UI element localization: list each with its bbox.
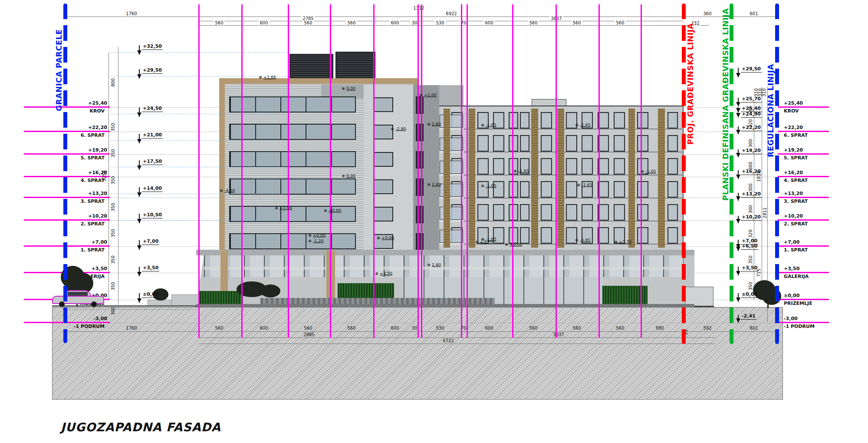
dimension-line <box>198 337 715 338</box>
wing-window <box>637 112 648 129</box>
dimension-label: 580 <box>655 326 664 331</box>
facade-level-marker: ⊕ -1,20 <box>308 238 324 243</box>
level-value: +22,20 <box>784 125 803 130</box>
dimension-label: 560 <box>572 326 581 331</box>
regulaciona-linija-label: REGULACIONA LINIJA <box>766 64 775 157</box>
dimension-label: 560 <box>529 326 537 331</box>
facade-level-marker: ⊕ +3,70 <box>475 239 493 244</box>
elevation-marker-arrow <box>736 196 740 201</box>
tower-window-band <box>229 124 356 140</box>
facade-level-marker: ⊕ -2,80 <box>391 126 406 131</box>
dimension-label: 600 <box>389 20 400 25</box>
level-name: -1 PODRUM <box>784 324 815 329</box>
wing-window <box>667 112 678 129</box>
elevation-marker-arrow <box>736 298 740 302</box>
wing-window <box>614 112 625 129</box>
wing-window <box>614 204 625 221</box>
elevation-marker-value: +10,50 <box>142 212 163 218</box>
tower-window-band <box>229 233 356 249</box>
wing-window <box>541 181 552 198</box>
elevation-marker-value: +32,50 <box>142 43 163 50</box>
wing-window <box>541 112 552 129</box>
tower-window-band <box>229 151 356 167</box>
dimension-label: 350 <box>111 123 115 131</box>
elevation-marker-value: +14,00 <box>142 185 163 192</box>
car-window <box>68 292 88 296</box>
wing-window <box>520 135 529 152</box>
elevation-marker-arrow <box>736 219 740 223</box>
strip-window <box>416 206 424 223</box>
level-line-right <box>778 219 829 221</box>
wing-window <box>509 112 518 129</box>
drawing-title: JUGOZAPADNA FASADA <box>61 420 221 434</box>
elevation-marker-arrow <box>736 318 740 323</box>
wing-window <box>566 204 577 221</box>
level-line-right <box>778 106 829 108</box>
facade-level-marker: ⊕ -1,65 <box>575 122 591 127</box>
level-value: +13,20 <box>784 191 803 196</box>
dimension-label: 3837 <box>553 332 564 337</box>
facade-level-marker: ⊕ -4,60 <box>220 188 235 193</box>
dimension-label: 592 <box>703 326 711 331</box>
car-silhouette <box>52 290 105 307</box>
facade-level-marker: ⊕ -1,65 <box>575 238 591 242</box>
facade-level-marker: ⊕ 0,00 <box>342 86 355 91</box>
elevation-marker-arrow <box>736 73 740 77</box>
dimension-label: 350 <box>748 282 753 290</box>
podium-sill <box>204 267 684 270</box>
balcony-slab <box>439 243 464 245</box>
wing-window <box>477 204 489 221</box>
wing-window <box>541 204 552 221</box>
strip-window <box>416 124 424 141</box>
wing-window <box>541 158 552 175</box>
elevation-marker-arrow <box>736 175 740 179</box>
axis-line <box>241 4 243 338</box>
level-line-right <box>778 176 829 177</box>
elevation-marker-value: +24,50 <box>142 106 163 112</box>
level-value: +19,20 <box>784 147 803 153</box>
dimension-label: 30 <box>412 326 418 331</box>
level-value: -3,00 <box>784 316 798 321</box>
level-line-right <box>778 131 829 132</box>
level-name: 2. SPRAT <box>784 221 808 227</box>
wing-window <box>667 158 678 175</box>
dimension-line <box>198 344 715 344</box>
wing-window <box>614 181 625 198</box>
elevation-marker-arrow <box>736 130 740 134</box>
podium-slab <box>196 250 694 255</box>
dimension-label: 560 <box>302 20 313 25</box>
facade-level-marker: ⊕ +3,70 <box>614 239 631 244</box>
regulaciona-linija-line <box>775 3 779 344</box>
level-value: +25,40 <box>784 100 803 106</box>
axis-line <box>373 4 375 338</box>
level-value: ±0,00 <box>784 293 799 298</box>
facade-level-marker: ⊕ ±0,00 <box>324 208 341 213</box>
elevation-marker-arrow <box>736 153 740 157</box>
wing-window <box>493 204 504 221</box>
elevation-marker-value: +29,50 <box>741 66 762 73</box>
level-line-right <box>778 153 829 155</box>
dimension-label: 601 <box>748 11 759 16</box>
dimension-label: 6922 <box>444 11 458 16</box>
basement-dashed-line <box>65 309 195 310</box>
facade-level-marker: ⊕ -1,65 <box>577 182 592 187</box>
ramp-wall <box>685 287 713 306</box>
axis-line <box>330 4 331 338</box>
facade-level-marker: ⊕ +1,00 <box>275 205 292 210</box>
dimension-label: 350 <box>111 149 115 157</box>
elevation-marker-arrow <box>736 113 740 117</box>
elevation-marker-value: +16,20 <box>741 169 762 175</box>
elevation-marker-arrow <box>137 50 141 55</box>
granica-parcele-line <box>63 3 67 343</box>
wing-window <box>582 135 593 152</box>
elevation-marker-arrow <box>137 74 141 79</box>
level-name: 6. SPRAT <box>784 132 808 138</box>
tower-window <box>373 97 393 112</box>
wing-window <box>509 181 518 198</box>
facade-level-marker: ⊕ +1,66 <box>259 75 276 79</box>
level-line-right <box>778 272 829 273</box>
level-value: +7,00 <box>784 239 799 245</box>
elevation-marker-value: +21,00 <box>142 132 163 139</box>
dimension-label: 350 <box>111 282 115 290</box>
balcony-slab <box>439 197 464 199</box>
